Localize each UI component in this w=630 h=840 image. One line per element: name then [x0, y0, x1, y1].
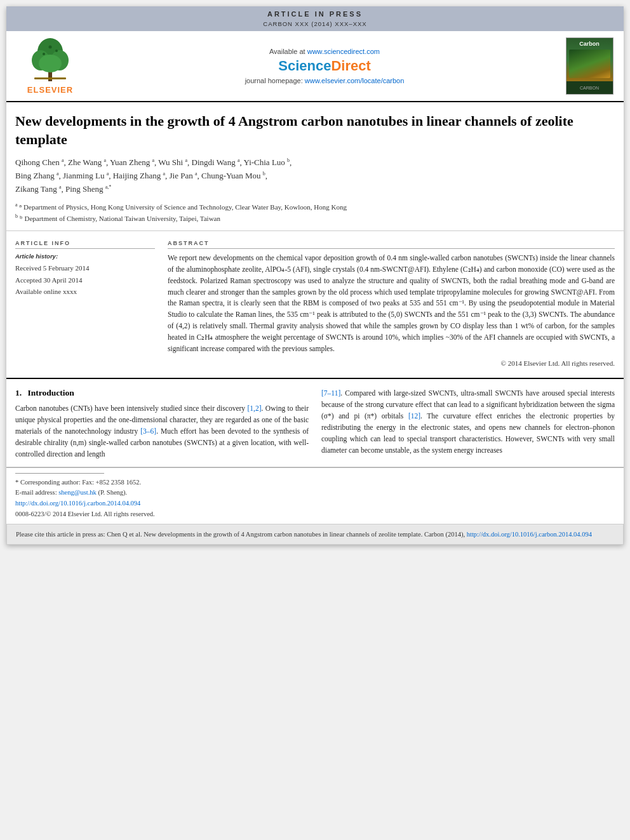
svg-point-7: [49, 45, 52, 48]
doi1-link[interactable]: http://dx.doi.org/10.1016/j.carbon.2014.…: [15, 500, 140, 507]
ref-3-6-link[interactable]: [3–6]: [140, 427, 156, 435]
sciencedirect-logo: ScienceDirect: [278, 58, 371, 74]
affiliation-b: b ᵇ Department of Chemistry, National Ta…: [15, 213, 615, 224]
journal-ref-banner: CARBON XXX (2014) XXX–XXX: [6, 20, 624, 31]
abstract-paragraph: We report new developments on the chemic…: [168, 253, 615, 354]
carbon-cover-stripe: CARBON: [566, 81, 613, 94]
header-row: ELSEVIER Available at www.sciencedirect.…: [6, 31, 624, 102]
copyright-line: © 2014 Elsevier Ltd. All rights reserved…: [168, 358, 615, 369]
citation-box: Please cite this article in press as: Ch…: [6, 524, 624, 545]
accepted-date: Accepted 30 April 2014: [15, 274, 155, 286]
svg-rect-8: [34, 77, 66, 79]
affiliation-a: a ᵃ Department of Physics, Hong Kong Uni…: [15, 201, 615, 213]
footnote-divider: [15, 473, 104, 474]
article-in-press-label: ARTICLE IN PRESS: [267, 10, 363, 18]
introduction-left-text: Carbon nanotubes (CNTs) have been intens…: [15, 403, 309, 460]
copyright-footer: 0008-6223/© 2014 Elsevier Ltd. All right…: [15, 509, 615, 520]
doi1-line: http://dx.doi.org/10.1016/j.carbon.2014.…: [15, 498, 615, 509]
abstract-text: We report new developments on the chemic…: [168, 253, 615, 369]
article-title-section: New developments in the growth of 4 Angs…: [6, 102, 624, 231]
sup-a7: a: [107, 171, 109, 177]
carbon-cover-title: Carbon: [579, 41, 600, 47]
ref-1-2-link[interactable]: [1,2]: [248, 404, 262, 412]
abstract-col: ABSTRACT We report new developments on t…: [168, 240, 615, 369]
sup-a6: a: [57, 171, 59, 177]
section-heading: 1. Introduction: [15, 388, 309, 398]
affiliations: a ᵃ Department of Physics, Hong Kong Uni…: [15, 201, 615, 225]
email-label: E-mail address:: [15, 489, 57, 496]
article-in-press-banner: ARTICLE IN PRESS: [6, 6, 624, 20]
body-right-col: [7–11]. Compared with large-sized SWCNTs…: [321, 388, 615, 460]
science-text: Science: [278, 58, 331, 74]
sup-a3: a: [152, 157, 155, 163]
introduction-section: 1. Introduction Carbon nanotubes (CNTs) …: [6, 379, 624, 467]
elsevier-tree-icon: [22, 38, 79, 83]
introduction-right-text: [7–11]. Compared with large-sized SWCNTs…: [321, 388, 615, 456]
journal-url[interactable]: www.elsevier.com/locate/carbon: [305, 77, 405, 84]
authors: Qihong Chen a, Zhe Wang a, Yuan Zheng a,…: [15, 156, 615, 196]
sup-a1: a: [62, 157, 64, 163]
sup-a5: a: [238, 157, 240, 163]
sup-a2: a: [104, 157, 107, 163]
carbon-cover-image: Carbon CARBON: [566, 37, 613, 95]
citation-text: Please cite this article in press as: Ch…: [16, 531, 465, 538]
sup-a9: a: [195, 171, 198, 177]
abstract-label: ABSTRACT: [168, 240, 615, 249]
article-info-col: ARTICLE INFO Article history: Received 5…: [15, 240, 155, 369]
article-info-label: ARTICLE INFO: [15, 240, 155, 249]
svg-point-5: [43, 53, 45, 55]
carbon-cover: Carbon CARBON: [564, 37, 615, 95]
received-date: Received 5 February 2014: [15, 262, 155, 274]
footnote-section: * Corresponding author: Fax: +852 2358 1…: [6, 467, 624, 524]
page: ARTICLE IN PRESS CARBON XXX (2014) XXX–X…: [6, 6, 624, 545]
center-header: Available at www.sciencedirect.com Scien…: [91, 37, 558, 95]
sup-b2: b: [263, 171, 265, 177]
available-at: Available at www.sciencedirect.com: [269, 48, 380, 55]
sciencedirect-url[interactable]: www.sciencedirect.com: [307, 48, 380, 55]
ref-12-link[interactable]: [12]: [408, 412, 420, 420]
elsevier-text: ELSEVIER: [27, 85, 73, 95]
sup-a10: a: [59, 183, 62, 189]
svg-point-4: [39, 55, 62, 72]
sup-b1: b: [287, 157, 290, 163]
citation-doi-link[interactable]: http://dx.doi.org/10.1016/j.carbon.2014.…: [467, 531, 592, 538]
email-name: (P. Sheng).: [98, 489, 127, 496]
ref-7-11-link[interactable]: [7–11]: [321, 389, 340, 397]
available-online: Available online xxxx: [15, 286, 155, 298]
section-title: Introduction: [28, 388, 74, 397]
email-line: E-mail address: sheng@ust.hk (P. Sheng).: [15, 488, 615, 498]
section-num: 1.: [15, 388, 22, 397]
journal-ref-label: CARBON XXX (2014) XXX–XXX: [263, 20, 366, 27]
body-left-col: 1. Introduction Carbon nanotubes (CNTs) …: [15, 388, 309, 460]
direct-text: Direct: [331, 58, 370, 74]
email-link[interactable]: sheng@ust.hk: [58, 489, 97, 496]
svg-point-6: [55, 50, 58, 52]
journal-homepage: journal homepage: www.elsevier.com/locat…: [245, 77, 405, 84]
sup-a-star: a,*: [105, 183, 112, 189]
corresponding-author: * Corresponding author: Fax: +852 2358 1…: [15, 477, 615, 488]
article-title: New developments in the growth of 4 Angs…: [15, 112, 615, 149]
sup-a8: a: [163, 171, 165, 177]
article-info-abstract-section: ARTICLE INFO Article history: Received 5…: [6, 231, 624, 379]
elsevier-logo: ELSEVIER: [15, 37, 85, 95]
history-label: Article history:: [15, 253, 155, 260]
sup-a4: a: [185, 157, 187, 163]
